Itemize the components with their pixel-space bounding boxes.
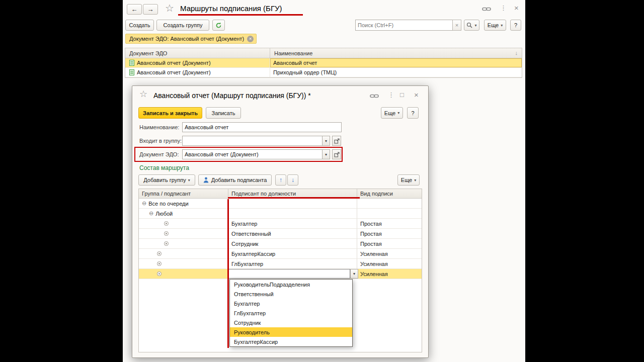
- create-button[interactable]: Создать: [125, 20, 154, 31]
- dialog-favorite-star-icon[interactable]: ☆: [139, 88, 147, 100]
- dropdown-item[interactable]: Бухгалтер: [230, 299, 352, 308]
- cell-position: ГлБухгалтер: [231, 261, 263, 267]
- filter-chip-remove-icon[interactable]: ×: [247, 36, 254, 42]
- person-icon: [203, 177, 209, 183]
- routes-table-header: Документ ЭДО Наименование ↓: [125, 48, 522, 58]
- add-signer-button[interactable]: Добавить подписанта: [198, 174, 272, 186]
- add-signer-label: Добавить подписанта: [211, 177, 267, 183]
- route-row-signer[interactable]: Ответственный Простая: [139, 229, 422, 239]
- create-group-button[interactable]: Создать группу: [156, 20, 209, 31]
- table-row[interactable]: Авансовый отчет (Документ) Приходный орд…: [125, 68, 522, 77]
- dropdown-item[interactable]: РуководительПодразделения: [230, 280, 352, 289]
- save-and-close-button[interactable]: Записать и закрыть: [138, 107, 202, 119]
- dialog-close-icon[interactable]: ×: [414, 90, 419, 99]
- group-field-dropdown-button[interactable]: ▾: [322, 136, 330, 146]
- cell-sign-type: Простая: [360, 231, 382, 237]
- more-button[interactable]: Еще ▾: [484, 20, 506, 31]
- chevron-down-icon: ▾: [325, 139, 327, 143]
- dropdown-item-label: ГлБухгалтер: [234, 310, 266, 316]
- filter-chip[interactable]: Документ ЭДО: Авансовый отчет (Документ)…: [125, 34, 257, 44]
- dropdown-item-label: Бухгалтер: [234, 301, 260, 307]
- route-more-caret-icon: ▾: [414, 178, 416, 183]
- route-section-title[interactable]: Состав маршрута: [139, 164, 189, 171]
- position-dropdown-list: РуководительПодразделения Ответственный …: [229, 279, 353, 347]
- create-button-label: Создать: [129, 22, 150, 28]
- document-icon: [129, 69, 134, 75]
- move-up-button[interactable]: ↑: [275, 174, 286, 186]
- cell-name: Приходный ордер (ТМЦ): [273, 69, 337, 75]
- back-icon: ←: [131, 6, 138, 13]
- more-button-label: Еще: [488, 22, 499, 28]
- back-button[interactable]: ←: [127, 4, 142, 15]
- save-and-close-label: Записать и закрыть: [143, 110, 198, 116]
- position-combo-dropdown-button[interactable]: ▾: [350, 269, 358, 279]
- group-field-open-button[interactable]: [332, 136, 341, 146]
- column-header-sign-type[interactable]: Вид подписи: [357, 189, 422, 198]
- set-default-routes-button[interactable]: [212, 20, 225, 31]
- route-row-signer[interactable]: Бухгалтер Простая: [139, 219, 422, 229]
- forward-button[interactable]: →: [143, 4, 158, 15]
- move-down-button[interactable]: ↓: [287, 174, 298, 186]
- group-label: Все по очереди: [148, 201, 188, 207]
- cell-doc: Авансовый отчет (Документ): [137, 60, 211, 66]
- route-row-group[interactable]: ⊖ Любой: [139, 209, 422, 219]
- search-input[interactable]: [355, 20, 453, 31]
- column-header-doc[interactable]: Документ ЭДО: [125, 48, 270, 58]
- dialog-more-button[interactable]: Еще ▾: [381, 107, 403, 119]
- signer-icon: [157, 272, 162, 276]
- table-row[interactable]: Авансовый отчет (Документ) Авансовый отч…: [125, 58, 522, 68]
- routes-table: Документ ЭДО Наименование ↓ Авансовый от…: [125, 48, 522, 78]
- link-icon[interactable]: [482, 6, 491, 13]
- arrow-up-icon: ↑: [279, 176, 282, 184]
- app-window: ← → ☆ Маршруты подписания (БГУ) ⋮ × Созд…: [123, 0, 525, 362]
- dropdown-item[interactable]: Ответственный: [230, 289, 352, 299]
- dropdown-item-highlighted[interactable]: Руководитель: [230, 327, 352, 337]
- dialog-link-icon[interactable]: [370, 93, 379, 100]
- dialog-maximize-icon[interactable]: □: [400, 91, 404, 99]
- route-row-signer[interactable]: Сотрудник Простая: [139, 239, 422, 249]
- route-edit-dialog: ☆ Авансовый отчет (Маршрут подписания (Б…: [132, 85, 429, 358]
- magnifier-icon: [466, 22, 472, 28]
- forward-icon: →: [147, 6, 154, 13]
- route-row-editing[interactable]: Усиленная ▾: [139, 269, 422, 279]
- search-button[interactable]: ▾: [464, 20, 479, 31]
- save-label: Записать: [211, 110, 235, 116]
- add-group-button[interactable]: Добавить группу ▾: [138, 174, 195, 186]
- route-row-signer[interactable]: БухгалтерКассир Усиленная: [139, 249, 422, 259]
- expander-icon[interactable]: ⊖: [142, 200, 146, 207]
- close-window-icon[interactable]: ×: [514, 4, 519, 12]
- expander-icon[interactable]: ⊖: [149, 210, 153, 217]
- annotation-title-underline: [178, 14, 303, 16]
- search-clear-button[interactable]: ×: [452, 20, 461, 31]
- create-group-button-label: Создать группу: [164, 22, 203, 28]
- dialog-more-menu-icon[interactable]: ⋮: [388, 91, 394, 99]
- name-field[interactable]: [182, 122, 342, 132]
- dropdown-item[interactable]: БухгалтерКассир: [230, 337, 352, 346]
- dropdown-item[interactable]: ГлБухгалтер: [230, 308, 352, 318]
- help-button[interactable]: ?: [510, 20, 521, 31]
- group-field[interactable]: [182, 136, 323, 146]
- open-form-icon: [334, 138, 340, 144]
- cell-sign-type: Простая: [360, 221, 382, 227]
- document-icon: [129, 60, 134, 66]
- dialog-help-label: ?: [411, 110, 414, 116]
- route-row-group[interactable]: ⊖ Все по очереди: [139, 199, 422, 209]
- save-button[interactable]: Записать: [206, 107, 241, 119]
- cell-sign-type: Усиленная: [360, 261, 388, 267]
- route-more-button[interactable]: Еще ▾: [397, 174, 420, 186]
- more-menu-icon[interactable]: ⋮: [500, 4, 507, 12]
- search-options-caret-icon: ▾: [474, 23, 476, 28]
- add-group-caret-icon: ▾: [188, 178, 190, 183]
- sort-desc-icon: ↓: [515, 50, 518, 56]
- dropdown-item-label: Сотрудник: [234, 320, 261, 326]
- column-header-name[interactable]: Наименование ↓: [270, 48, 522, 58]
- annotation-edo-field-box: [134, 147, 343, 162]
- dropdown-item-label: Руководитель: [234, 329, 270, 335]
- dialog-help-button[interactable]: ?: [407, 107, 419, 119]
- column-header-group[interactable]: Группа / подписант: [139, 189, 228, 198]
- position-combo-input[interactable]: [228, 269, 350, 279]
- dropdown-item[interactable]: Сотрудник: [230, 318, 352, 327]
- route-row-signer[interactable]: ГлБухгалтер Усиленная: [139, 259, 422, 269]
- cell-position: Бухгалтер: [231, 221, 257, 227]
- favorite-star-icon[interactable]: ☆: [165, 2, 174, 14]
